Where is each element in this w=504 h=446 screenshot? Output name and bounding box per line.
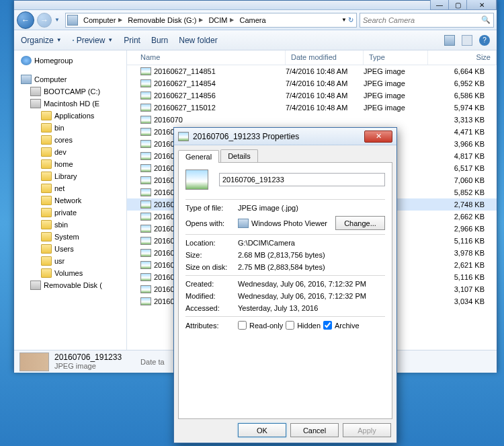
- file-size: 3,966 KB: [428, 140, 497, 148]
- burn-button[interactable]: Burn: [151, 36, 168, 45]
- type-value: JPEG image (.jpg): [238, 204, 385, 212]
- organize-button[interactable]: Organize▼: [21, 36, 62, 45]
- dialog-close-button[interactable]: ✕: [364, 131, 392, 143]
- file-row[interactable]: 20160627_1148547/4/2016 10:48 AMJPEG ima…: [127, 77, 497, 89]
- size-value: 2.68 MB (2,813,756 bytes): [238, 251, 385, 259]
- folder-icon: [41, 135, 52, 145]
- file-date: 7/4/2016 10:48 AM: [286, 104, 364, 112]
- file-size: 3,978 KB: [428, 249, 497, 257]
- tree-node[interactable]: Users: [14, 243, 126, 255]
- col-size[interactable]: Size: [428, 50, 497, 65]
- tree-node[interactable]: home: [14, 158, 126, 170]
- preview-icon: [73, 40, 74, 41]
- search-icon[interactable]: 🔍: [481, 15, 491, 24]
- column-headers[interactable]: Name Date modified Type Size: [127, 50, 497, 65]
- folder-icon: [41, 147, 52, 157]
- tree-node[interactable]: Volumes: [14, 267, 126, 279]
- tree-node[interactable]: private: [14, 207, 126, 219]
- back-button[interactable]: ←: [17, 11, 34, 29]
- col-type[interactable]: Type: [364, 50, 428, 65]
- help-icon[interactable]: ?: [479, 35, 490, 46]
- hidden-checkbox[interactable]: Hidden: [286, 321, 321, 330]
- col-date[interactable]: Date modified: [286, 50, 364, 65]
- tab-details[interactable]: Details: [220, 149, 258, 162]
- tree-node[interactable]: net: [14, 182, 126, 194]
- created-value: Wednesday, July 06, 2016, 7:12:32 PM: [238, 280, 385, 288]
- tree-node[interactable]: Library: [14, 170, 126, 182]
- dialog-titlebar[interactable]: 20160706_191233 Properties ✕: [174, 128, 396, 145]
- tree-node[interactable]: Macintosh HD (E: [14, 98, 126, 110]
- folder-icon: [41, 244, 52, 254]
- search-input[interactable]: Search Camera 🔍: [360, 13, 494, 28]
- file-size: 4,471 KB: [428, 128, 497, 136]
- cancel-button[interactable]: Cancel: [290, 423, 339, 437]
- tree-node[interactable]: sbin: [14, 219, 126, 231]
- tree-node[interactable]: System: [14, 231, 126, 243]
- file-icon: [178, 132, 189, 141]
- preview-button[interactable]: Preview▼: [73, 36, 114, 45]
- tree-label: Users: [54, 245, 74, 253]
- preview-pane-icon[interactable]: [462, 35, 472, 46]
- chevron-right-icon[interactable]: ▶: [227, 17, 234, 23]
- archive-checkbox[interactable]: Archive: [323, 321, 360, 330]
- new-folder-button[interactable]: New folder: [179, 36, 217, 45]
- tree-node[interactable]: usr: [14, 255, 126, 267]
- tree-node[interactable]: bin: [14, 122, 126, 134]
- file-row[interactable]: 20160627_1150127/4/2016 10:48 AMJPEG ima…: [127, 102, 497, 114]
- attributes-label: Attributes:: [185, 322, 238, 330]
- forward-button[interactable]: →: [37, 13, 52, 28]
- nav-tree[interactable]: HomegroupComputerBOOTCAMP (C:)Macintosh …: [14, 50, 127, 350]
- filename-input[interactable]: [219, 173, 385, 186]
- tree-label: home: [54, 160, 73, 168]
- tree-node[interactable]: cores: [14, 134, 126, 146]
- file-row[interactable]: 20160627_1148517/4/2016 10:48 AMJPEG ima…: [127, 65, 497, 77]
- ok-button[interactable]: OK: [238, 423, 286, 437]
- image-icon: [140, 200, 151, 209]
- file-name: 20160627_114851: [154, 67, 216, 75]
- tree-node[interactable]: Network: [14, 194, 126, 207]
- image-icon: [140, 273, 151, 281]
- image-icon: [140, 249, 151, 257]
- apply-button[interactable]: Apply: [343, 423, 391, 437]
- tree-node[interactable]: Removable Disk (: [14, 279, 126, 291]
- refresh-icon[interactable]: ↻: [348, 16, 353, 24]
- image-icon: [140, 261, 151, 269]
- file-type: JPEG image: [364, 79, 428, 87]
- file-row[interactable]: 20160627_1148567/4/2016 10:48 AMJPEG ima…: [127, 89, 497, 102]
- file-thumbnail: [185, 170, 208, 190]
- tree-node[interactable]: BOOTCAMP (C:): [14, 85, 126, 98]
- image-icon: [140, 104, 151, 112]
- tree-node[interactable]: Computer: [14, 73, 126, 85]
- titlebar: — ▢ ✕: [14, 1, 497, 10]
- modified-value: Wednesday, July 06, 2016, 7:12:32 PM: [238, 292, 385, 300]
- tree-node[interactable]: dev: [14, 146, 126, 158]
- breadcrumb-dropdown-icon[interactable]: ▼: [341, 17, 347, 23]
- breadcrumb[interactable]: Computer▶ Removable Disk (G:)▶ DCIM▶ Cam…: [65, 13, 357, 28]
- file-row[interactable]: 20160703,313 KB: [127, 114, 497, 126]
- tree-label: bin: [54, 124, 65, 132]
- sizeondisk-value: 2.75 MB (2,883,584 bytes): [238, 263, 385, 271]
- print-button[interactable]: Print: [124, 36, 140, 45]
- change-button[interactable]: Change...: [335, 216, 385, 230]
- file-name: 2016070: [154, 116, 183, 124]
- tab-general[interactable]: General: [178, 150, 219, 163]
- general-panel: Type of file:JPEG image (.jpg) Opens wit…: [178, 162, 392, 419]
- accessed-label: Accessed:: [185, 304, 238, 312]
- file-date: 7/4/2016 10:48 AM: [286, 79, 364, 87]
- close-button[interactable]: ✕: [466, 0, 497, 10]
- col-name[interactable]: Name: [127, 50, 286, 65]
- history-dropdown-icon[interactable]: ▼: [54, 17, 62, 23]
- view-options-icon[interactable]: [444, 35, 455, 46]
- readonly-checkbox[interactable]: Read-only: [238, 321, 283, 330]
- type-label: Type of file:: [185, 204, 238, 212]
- opens-label: Opens with:: [185, 219, 238, 227]
- chevron-right-icon[interactable]: ▶: [196, 17, 203, 23]
- chevron-right-icon[interactable]: ▶: [116, 17, 122, 23]
- tree-node[interactable]: Homegroup: [14, 54, 126, 67]
- properties-dialog: 20160706_191233 Properties ✕ General Det…: [173, 127, 397, 443]
- tree-node[interactable]: Applications: [14, 110, 126, 122]
- minimize-button[interactable]: —: [430, 0, 449, 10]
- folder-icon: [41, 220, 52, 229]
- details-datetaken-label: Date ta: [140, 358, 164, 366]
- maximize-button[interactable]: ▢: [448, 0, 467, 10]
